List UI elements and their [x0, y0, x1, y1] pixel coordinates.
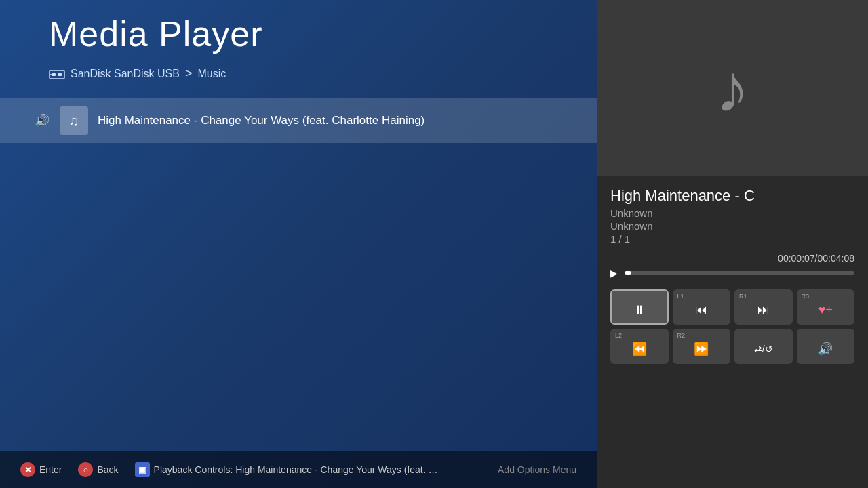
next-button[interactable]: R1 ⏭	[734, 289, 793, 325]
square-icon: ▣	[135, 462, 150, 477]
rewind-button[interactable]: L2 ⏪	[610, 329, 669, 364]
music-note-icon: ♪	[715, 54, 749, 122]
track-info: High Maintenance - C Unknown Unknown 1 /…	[597, 176, 868, 253]
rewind-icon: ⏪	[632, 342, 647, 357]
track-artist: Unknown	[610, 207, 854, 219]
r3-label: R3	[802, 293, 810, 300]
usb-icon	[49, 68, 65, 80]
breadcrumb-device: SanDisk SanDisk USB	[71, 68, 180, 80]
svg-rect-2	[58, 73, 62, 76]
volume-icon: 🔊	[34, 113, 50, 128]
track-album: Unknown	[610, 220, 854, 232]
breadcrumb-separator: >	[185, 66, 193, 81]
heart-icon: ♥+	[818, 303, 833, 317]
prev-button[interactable]: L1 ⏮	[673, 289, 731, 325]
enter-label: Enter	[39, 464, 62, 475]
enter-button-item[interactable]: ✕ Enter	[20, 462, 62, 477]
right-panel: ♪ High Maintenance - C Unknown Unknown 1…	[597, 0, 868, 488]
pause-button[interactable]: ⏸	[610, 289, 669, 325]
favorite-button[interactable]: R3 ♥+	[797, 289, 855, 325]
l1-label: L1	[677, 293, 684, 300]
r2-label: R2	[677, 332, 686, 339]
back-button-item[interactable]: ○ Back	[78, 462, 118, 477]
music-file-icon: ♫	[60, 106, 88, 135]
bottom-bar: ✕ Enter ○ Back ▣ Playback Controls: High…	[0, 451, 597, 488]
playback-label: Playback Controls: High Maintenance - Ch…	[154, 464, 439, 475]
track-index: 1 / 1	[610, 233, 854, 245]
pause-icon: ⏸	[633, 303, 646, 317]
controls-row1: ⏸ L1 ⏮ R1 ⏭ R3 ♥+	[597, 289, 868, 325]
app-title: Media Player	[0, 0, 597, 61]
cross-icon: ✕	[20, 462, 35, 477]
back-label: Back	[97, 464, 118, 475]
file-name: High Maintenance - Change Your Ways (fea…	[98, 114, 548, 127]
file-list: 🔊 ♫ High Maintenance - Change Your Ways …	[0, 92, 597, 488]
volume-button[interactable]: 🔊	[797, 329, 855, 364]
shuffle-button[interactable]: ⇄/↺	[734, 329, 793, 364]
volume-ctrl-icon: 🔊	[818, 342, 833, 357]
r1-label: R1	[739, 293, 747, 300]
file-item[interactable]: 🔊 ♫ High Maintenance - Change Your Ways …	[0, 98, 597, 143]
breadcrumb: SanDisk SanDisk USB > Music	[0, 61, 597, 92]
circle-icon: ○	[78, 462, 93, 477]
fastforward-button[interactable]: R2 ⏩	[673, 329, 731, 364]
play-indicator: ▶	[610, 268, 618, 279]
svg-rect-1	[52, 73, 56, 76]
track-title: High Maintenance - C	[610, 187, 854, 205]
left-panel: Media Player SanDisk SanDisk USB > Music…	[0, 0, 597, 488]
prev-icon: ⏮	[695, 303, 707, 317]
progress-container: ▶	[597, 268, 868, 279]
fastforward-icon: ⏩	[694, 342, 709, 357]
album-art: ♪	[597, 0, 868, 176]
playback-button-item[interactable]: ▣ Playback Controls: High Maintenance - …	[135, 462, 439, 477]
options-label: Add Options Menu	[498, 464, 576, 475]
controls-row2: L2 ⏪ R2 ⏩ ⇄/↺ 🔊	[597, 329, 868, 364]
shuffle-icon: ⇄/↺	[754, 344, 773, 354]
breadcrumb-folder: Music	[197, 68, 226, 80]
l2-label: L2	[615, 332, 622, 339]
progress-bar[interactable]	[625, 271, 854, 275]
progress-fill	[625, 271, 631, 275]
next-icon: ⏭	[757, 303, 770, 317]
time-display: 00:00:07/00:04:08	[597, 253, 868, 264]
